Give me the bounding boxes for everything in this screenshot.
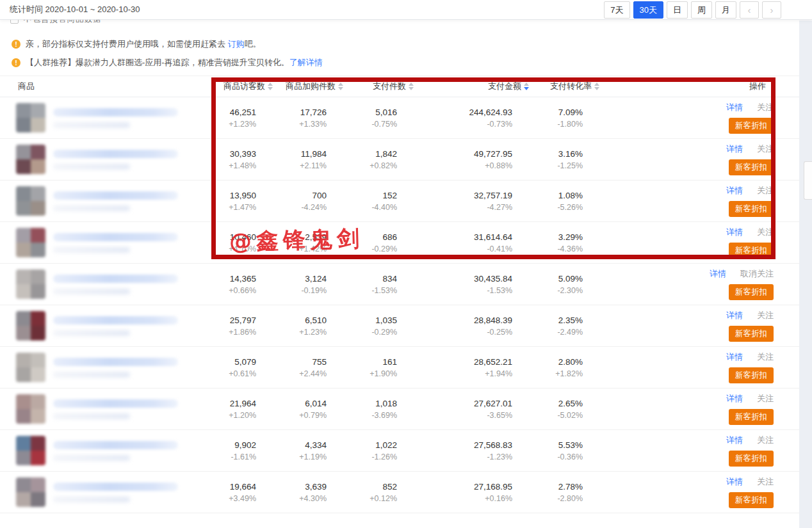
pay-amount-cell: 28,652.21+1.94% bbox=[415, 347, 530, 388]
detail-link[interactable]: 详情 bbox=[726, 143, 743, 155]
follow-link[interactable]: 关注 bbox=[757, 102, 774, 113]
product-thumbnail[interactable] bbox=[16, 228, 45, 257]
product-cell[interactable] bbox=[0, 97, 211, 139]
product-thumbnail[interactable] bbox=[16, 394, 45, 424]
product-thumbnail[interactable] bbox=[16, 186, 45, 216]
product-name-blurred bbox=[53, 316, 178, 324]
product-thumbnail[interactable] bbox=[16, 436, 45, 465]
new-customer-discount-button[interactable]: 新客折扣 bbox=[729, 492, 774, 508]
conversion-cell: 5.53%-0.36% bbox=[530, 430, 601, 472]
sort-icon[interactable] bbox=[594, 83, 599, 90]
product-cell[interactable] bbox=[0, 430, 211, 472]
follow-link[interactable]: 关注 bbox=[757, 393, 774, 404]
product-thumbnail[interactable] bbox=[16, 311, 45, 340]
conversion-cell: 5.09%-2.30% bbox=[530, 264, 601, 305]
follow-link[interactable]: 关注 bbox=[757, 143, 774, 155]
sort-icon[interactable] bbox=[268, 83, 273, 90]
detail-link[interactable]: 详情 bbox=[726, 227, 743, 238]
range-button-week[interactable]: 周 bbox=[691, 1, 712, 19]
subscribe-link[interactable]: 订购 bbox=[228, 39, 245, 49]
visitors-cell: 25,797+1.86% bbox=[211, 305, 274, 347]
detail-link[interactable]: 详情 bbox=[726, 102, 743, 113]
new-customer-discount-button[interactable]: 新客折扣 bbox=[729, 367, 774, 383]
product-subtitle-blurred bbox=[53, 122, 130, 128]
pay-amount-cell: 27,568.83-1.23% bbox=[415, 430, 530, 472]
follow-link[interactable]: 关注 bbox=[757, 435, 774, 446]
next-period-button[interactable]: › bbox=[762, 1, 781, 19]
actions-cell: 详情 关注 新客折扣 bbox=[601, 180, 799, 222]
new-customer-discount-button[interactable]: 新客折扣 bbox=[729, 326, 774, 342]
sort-icon-active[interactable] bbox=[524, 83, 529, 90]
pay-amount-cell: 27,627.01-3.65% bbox=[415, 388, 530, 430]
product-thumbnail[interactable] bbox=[16, 269, 45, 299]
conversion-cell: 1.08%-5.26% bbox=[530, 180, 601, 222]
cart-items-cell: 755+2.44% bbox=[274, 347, 345, 388]
analytics-page: 统计时间 2020-10-01 ~ 2020-10-30 7天 30天 日 周 … bbox=[0, 0, 812, 528]
new-customer-discount-button[interactable]: 新客折扣 bbox=[729, 243, 774, 259]
visitors-cell: 14,365+0.66% bbox=[211, 264, 274, 305]
detail-link[interactable]: 详情 bbox=[726, 435, 743, 446]
follow-link[interactable]: 关注 bbox=[757, 310, 774, 321]
visitors-cell: 19,664+3.49% bbox=[211, 472, 274, 513]
pay-amount-cell: 31,614.64-0.41% bbox=[415, 222, 530, 264]
new-customer-discount-button[interactable]: 新客折扣 bbox=[729, 201, 774, 217]
product-cell[interactable] bbox=[0, 222, 211, 264]
product-thumbnail[interactable] bbox=[16, 103, 45, 132]
product-name-blurred bbox=[53, 150, 178, 158]
floating-side-widget[interactable] bbox=[804, 161, 812, 200]
product-cell[interactable] bbox=[0, 347, 211, 388]
warning-icon: ! bbox=[12, 58, 20, 67]
new-customer-discount-button[interactable]: 新客折扣 bbox=[729, 284, 774, 300]
visitors-cell: 9,902-1.61% bbox=[211, 430, 274, 472]
product-thumbnail[interactable] bbox=[16, 145, 45, 174]
follow-link[interactable]: 关注 bbox=[757, 351, 774, 363]
product-cell[interactable] bbox=[0, 472, 211, 513]
detail-link[interactable]: 详情 bbox=[726, 393, 743, 404]
column-header-pay-amount[interactable]: 支付金额 bbox=[415, 76, 530, 97]
cart-items-cell: 2,539+1.42% bbox=[274, 222, 345, 264]
visitors-cell: 21,964+1.20% bbox=[211, 388, 274, 430]
filter-checkbox[interactable] bbox=[10, 20, 19, 24]
column-header-visitors[interactable]: 商品访客数 bbox=[211, 76, 274, 97]
new-customer-discount-button[interactable]: 新客折扣 bbox=[729, 159, 774, 175]
detail-link[interactable]: 详情 bbox=[726, 476, 743, 488]
range-button-30d[interactable]: 30天 bbox=[633, 1, 663, 19]
product-cell[interactable] bbox=[0, 388, 211, 430]
product-cell[interactable] bbox=[0, 264, 211, 305]
follow-link[interactable]: 关注 bbox=[757, 227, 774, 238]
product-thumbnail[interactable] bbox=[16, 477, 45, 507]
detail-link[interactable]: 详情 bbox=[726, 185, 743, 196]
prev-period-button[interactable]: ‹ bbox=[740, 1, 759, 19]
follow-link[interactable]: 取消关注 bbox=[740, 268, 774, 280]
product-thumbnail[interactable] bbox=[16, 353, 45, 382]
visitors-cell: 46,251+1.23% bbox=[211, 97, 274, 139]
column-header-pay-items[interactable]: 支付件数 bbox=[345, 76, 415, 97]
table-row: 10,460+4.10% 2,539+1.42% 686-0.29% 31,61… bbox=[0, 222, 799, 264]
column-header-cart-items[interactable]: 商品加购件数 bbox=[274, 76, 345, 97]
new-customer-discount-button[interactable]: 新客折扣 bbox=[729, 451, 774, 467]
column-header-conversion[interactable]: 支付转化率 bbox=[530, 76, 601, 97]
actions-cell: 详情 关注 新客折扣 bbox=[601, 347, 799, 388]
product-cell[interactable] bbox=[0, 305, 211, 347]
detail-link[interactable]: 详情 bbox=[726, 351, 743, 363]
product-cell[interactable] bbox=[0, 180, 211, 222]
actions-cell: 详情 关注 新客折扣 bbox=[601, 139, 799, 180]
product-cell[interactable] bbox=[0, 139, 211, 180]
range-button-day[interactable]: 日 bbox=[667, 1, 688, 19]
detail-link[interactable]: 详情 bbox=[726, 310, 743, 321]
new-customer-discount-button[interactable]: 新客折扣 bbox=[729, 409, 774, 425]
pay-amount-cell: 244,624.93-0.73% bbox=[415, 97, 530, 139]
detail-link[interactable]: 详情 bbox=[710, 268, 726, 280]
new-customer-discount-button[interactable]: 新客折扣 bbox=[729, 118, 774, 134]
follow-link[interactable]: 关注 bbox=[757, 476, 774, 488]
follow-link[interactable]: 关注 bbox=[757, 185, 774, 196]
actions-cell: 详情 关注 新客折扣 bbox=[601, 97, 799, 139]
sort-icon[interactable] bbox=[338, 83, 343, 90]
range-button-month[interactable]: 月 bbox=[715, 1, 736, 19]
visitors-cell: 10,460+4.10% bbox=[211, 222, 274, 264]
sort-icon[interactable] bbox=[409, 83, 414, 90]
learn-more-link[interactable]: 了解详情 bbox=[289, 58, 323, 67]
product-metrics-table: 商品 商品访客数 商品加购件数 支付件数 支付金额 bbox=[0, 76, 799, 513]
range-button-7d[interactable]: 7天 bbox=[604, 1, 629, 19]
product-name-blurred bbox=[53, 275, 178, 283]
